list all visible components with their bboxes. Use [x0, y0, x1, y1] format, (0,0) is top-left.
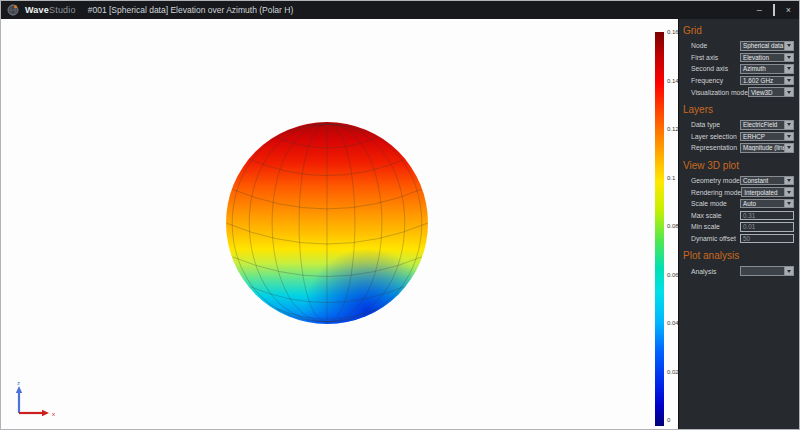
- z-axis-arrow-icon: [16, 386, 22, 393]
- min-scale-input[interactable]: 0.01: [740, 222, 794, 232]
- max-scale-label: Max scale: [691, 212, 722, 219]
- dropdown-arrow-icon[interactable]: [784, 133, 793, 141]
- layer-selection-label: Layer selection: [691, 133, 737, 140]
- max-scale-input[interactable]: 0.31: [740, 211, 794, 221]
- dropdown-arrow-icon[interactable]: [784, 144, 793, 152]
- section-title-grid: Grid: [683, 25, 799, 36]
- dropdown-arrow-icon[interactable]: [784, 77, 793, 85]
- dynamic-offset-input[interactable]: 50: [740, 234, 794, 244]
- field-row-visualization-mode: Visualization mode View3D: [691, 86, 794, 98]
- dropdown-arrow-icon[interactable]: [784, 267, 793, 275]
- frequency-select[interactable]: 1.602 GHz: [740, 76, 794, 86]
- dropdown-arrow-icon[interactable]: [784, 121, 793, 129]
- section-title-layers: Layers: [683, 104, 799, 115]
- geometry-mode-select[interactable]: Constant: [740, 176, 794, 186]
- field-row-scale-mode: Scale mode Auto: [691, 198, 794, 210]
- app-logo-icon: [7, 4, 19, 16]
- analysis-select[interactable]: [740, 266, 794, 276]
- field-row-frequency: Frequency 1.602 GHz: [691, 75, 794, 87]
- app-name: WaveStudio: [25, 5, 76, 15]
- dynamic-offset-label: Dynamic offset: [691, 235, 736, 242]
- x-axis-label: x: [52, 411, 55, 417]
- dropdown-arrow-icon[interactable]: [784, 88, 793, 96]
- dropdown-arrow-icon[interactable]: [784, 65, 793, 73]
- field-row-min-scale: Min scale 0.01: [691, 221, 794, 233]
- dropdown-arrow-icon[interactable]: [784, 42, 793, 50]
- section-title-plot-analysis: Plot analysis: [683, 250, 799, 261]
- field-row-second-axis: Second axis Azimuth: [691, 63, 794, 75]
- field-row-data-type: Data type ElectricField: [691, 119, 794, 131]
- section-title-view-3d-plot: View 3D plot: [683, 160, 799, 171]
- first-axis-label: First axis: [691, 54, 718, 61]
- document-title: #001 [Spherical data] Elevation over Azi…: [88, 5, 294, 15]
- settings-panel: Grid Node Spherical data First axis Elev…: [678, 19, 799, 430]
- second-axis-select[interactable]: Azimuth: [740, 64, 794, 74]
- field-row-node: Node Spherical data: [691, 40, 794, 52]
- node-label: Node: [691, 42, 707, 49]
- app-window: WaveStudio #001 [Spherical data] Elevati…: [0, 0, 800, 430]
- representation-label: Representation: [691, 144, 737, 151]
- z-axis-label: z: [17, 380, 20, 386]
- dropdown-arrow-icon[interactable]: [784, 200, 793, 208]
- titlebar: WaveStudio #001 [Spherical data] Elevati…: [1, 1, 799, 19]
- colorbar: [655, 32, 664, 426]
- data-type-label: Data type: [691, 121, 720, 128]
- field-row-geometry-mode: Geometry mode Constant: [691, 175, 794, 187]
- field-row-dynamic-offset: Dynamic offset 50: [691, 233, 794, 245]
- second-axis-label: Second axis: [691, 65, 728, 72]
- data-type-select[interactable]: ElectricField: [740, 120, 794, 130]
- dropdown-arrow-icon[interactable]: [784, 177, 793, 185]
- field-row-max-scale: Max scale 0.31: [691, 210, 794, 222]
- x-axis-arrow-icon: [42, 410, 49, 416]
- scale-mode-label: Scale mode: [691, 200, 727, 207]
- close-icon[interactable]: ×: [786, 6, 791, 15]
- maximize-icon[interactable]: [773, 6, 775, 15]
- window-controls: – ×: [757, 6, 791, 15]
- rendering-mode-select[interactable]: Interpolated: [741, 187, 794, 197]
- min-scale-label: Min scale: [691, 223, 720, 230]
- field-row-first-axis: First axis Elevation: [691, 52, 794, 64]
- analysis-label: Analysis: [691, 268, 716, 275]
- first-axis-select[interactable]: Elevation: [740, 53, 794, 63]
- scale-mode-select[interactable]: Auto: [740, 199, 794, 209]
- dropdown-arrow-icon[interactable]: [784, 54, 793, 62]
- rendering-mode-label: Rendering mode: [691, 189, 741, 196]
- geometry-mode-label: Geometry mode: [691, 177, 740, 184]
- node-select[interactable]: Spherical data: [740, 41, 794, 51]
- minimize-icon[interactable]: –: [757, 6, 762, 15]
- field-row-analysis: Analysis: [691, 265, 794, 277]
- frequency-label: Frequency: [691, 77, 723, 84]
- visualization-mode-select[interactable]: View3D: [748, 87, 794, 97]
- sphere-3d-plot[interactable]: [1, 19, 679, 430]
- axes-triad: z x: [7, 380, 61, 422]
- visualization-mode-label: Visualization mode: [691, 89, 748, 96]
- field-row-representation: Representation Magnitude (linear): [691, 142, 794, 154]
- layer-selection-select[interactable]: ERHCP: [740, 132, 794, 142]
- field-row-rendering-mode: Rendering mode Interpolated: [691, 186, 794, 198]
- plot-canvas[interactable]: z x 0.16 0.14 0.12 0.1 0.08 0.06 0.04 0.…: [1, 19, 679, 430]
- field-row-layer-selection: Layer selection ERHCP: [691, 131, 794, 143]
- representation-select[interactable]: Magnitude (linear): [740, 143, 794, 153]
- dropdown-arrow-icon[interactable]: [784, 188, 793, 196]
